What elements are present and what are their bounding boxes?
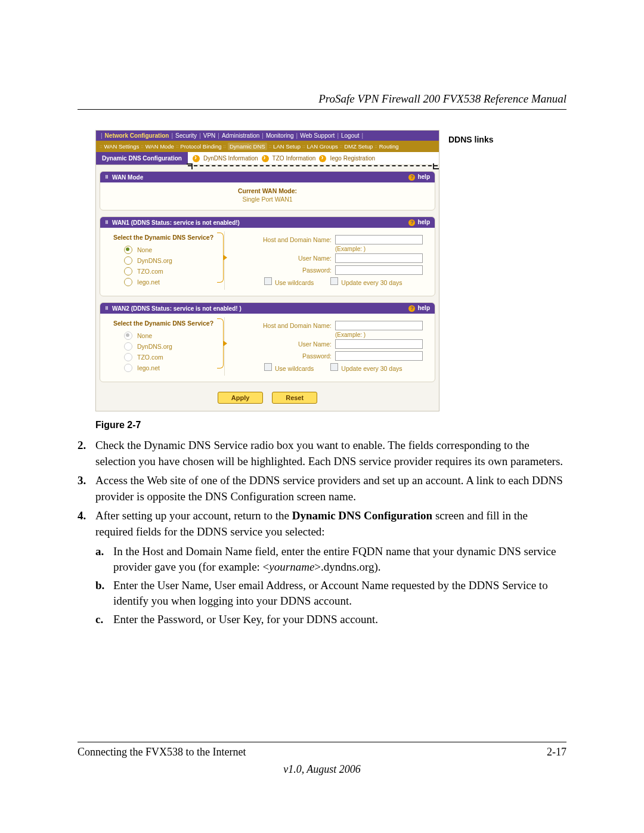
- step-4: 4. After setting up your account, return…: [78, 508, 566, 540]
- subnav-protocol-binding[interactable]: Protocol Binding: [180, 143, 221, 150]
- primary-nav: | Network Configuration| Security| VPN| …: [96, 131, 439, 141]
- substep-b: b. Enter the User Name, User email Addre…: [95, 578, 566, 609]
- annotation-bracket: [188, 165, 438, 166]
- update30-label: Update every 30 days: [341, 365, 402, 372]
- radio-label: TZO.com: [137, 268, 163, 275]
- link-iego-registration[interactable]: Iego Registration: [330, 155, 375, 162]
- wildcards-label: Use wildcards: [275, 365, 314, 372]
- footer-page-number: 2-17: [547, 746, 566, 758]
- secondary-nav: ::WAN Settings ::WAN Mode ::Protocol Bin…: [96, 141, 439, 152]
- wan-mode-heading: Current WAN Mode:: [238, 187, 297, 194]
- panel-wan2: ⠿ WAN2 (DDNS Status: service is not enab…: [100, 302, 435, 382]
- step-text: After setting up your account, return to…: [95, 508, 566, 540]
- update30-checkbox[interactable]: [330, 363, 338, 371]
- nav-web-support[interactable]: Web Support: [300, 132, 335, 139]
- arrow-icon: [319, 155, 326, 162]
- substep-text: In the Host and Domain Name field, enter…: [113, 544, 566, 575]
- example-note: (Example: ): [233, 332, 423, 338]
- help-link[interactable]: help: [408, 219, 430, 226]
- subnav-dynamic-dns[interactable]: Dynamic DNS: [228, 143, 267, 150]
- password-input[interactable]: [335, 351, 423, 361]
- radio-label: None: [137, 246, 152, 253]
- substep-a: a. In the Host and Domain Name field, en…: [95, 544, 566, 575]
- host-domain-label: Host and Domain Name:: [233, 236, 335, 243]
- subnav-wan-settings[interactable]: WAN Settings: [104, 143, 139, 150]
- radio-dyndns[interactable]: [124, 256, 132, 265]
- radio-tzo[interactable]: [124, 267, 132, 275]
- username-label: User Name:: [233, 340, 335, 348]
- panel-wan-mode: ⠿ WAN Mode help Current WAN Mode: Single…: [100, 171, 435, 210]
- arrow-icon: [193, 155, 200, 162]
- apply-button[interactable]: Apply: [218, 392, 264, 404]
- nav-security[interactable]: Security: [175, 132, 197, 139]
- substep-c: c. Enter the Password, or User Key, for …: [95, 612, 566, 628]
- radio-label: DynDNS.org: [137, 257, 172, 264]
- nav-logout[interactable]: Logout: [341, 132, 360, 139]
- link-tzo-info[interactable]: TZO Information: [273, 155, 316, 162]
- wildcards-label: Use wildcards: [275, 279, 314, 286]
- username-input[interactable]: [335, 253, 423, 263]
- doc-header-title: ProSafe VPN Firewall 200 FVX538 Referenc…: [78, 92, 566, 106]
- password-label: Password:: [233, 352, 335, 360]
- panel-wan1: ⠿ WAN1 (DDNS Status: service is not enab…: [100, 216, 435, 296]
- panel-title: WAN1 (DDNS Status: service is not enable…: [112, 219, 240, 226]
- radio-none[interactable]: [124, 332, 132, 340]
- password-label: Password:: [233, 267, 335, 274]
- nav-monitoring[interactable]: Monitoring: [266, 132, 294, 139]
- footer-chapter: Connecting the FVX538 to the Internet: [78, 746, 246, 758]
- radio-label: Iego.net: [137, 278, 160, 286]
- host-domain-input[interactable]: [335, 235, 423, 244]
- panel-title: WAN Mode: [112, 174, 143, 181]
- substep-text: Enter the Password, or User Key, for you…: [113, 612, 378, 628]
- radio-label: DynDNS.org: [137, 343, 172, 350]
- radio-dyndns[interactable]: [124, 342, 132, 351]
- button-row: Apply Reset: [96, 386, 439, 411]
- example-note: (Example: ): [233, 246, 423, 252]
- wildcards-checkbox[interactable]: [264, 277, 272, 285]
- select-service-label: Select the Dynamic DNS Service?: [113, 234, 219, 241]
- page-title-badge: Dynamic DNS Configuration: [96, 152, 188, 165]
- username-label: User Name:: [233, 255, 335, 262]
- subnav-lan-groups[interactable]: LAN Groups: [307, 143, 338, 150]
- radio-label: Iego.net: [137, 364, 160, 371]
- ddns-links-annotation: DDNS links: [448, 135, 493, 145]
- step-2: 2. Check the Dynamic DNS Service radio b…: [78, 438, 566, 469]
- radio-label: TZO.com: [137, 354, 163, 361]
- screenshot-container: | Network Configuration| Security| VPN| …: [95, 130, 439, 411]
- update30-checkbox[interactable]: [330, 277, 338, 285]
- header-rule: [78, 109, 566, 110]
- brace-annotation: [217, 318, 224, 368]
- reset-button[interactable]: Reset: [272, 392, 317, 404]
- help-link[interactable]: help: [408, 305, 430, 312]
- page-footer: Connecting the FVX538 to the Internet 2-…: [78, 742, 566, 776]
- subnav-dmz-setup[interactable]: DMZ Setup: [344, 143, 373, 150]
- host-domain-label: Host and Domain Name:: [233, 322, 335, 329]
- help-link[interactable]: help: [408, 174, 430, 181]
- password-input[interactable]: [335, 265, 423, 275]
- update30-label: Update every 30 days: [341, 279, 402, 286]
- select-service-label: Select the Dynamic DNS Service?: [113, 320, 219, 327]
- nav-administration[interactable]: Administration: [222, 132, 259, 139]
- brace-annotation: [217, 233, 224, 283]
- panel-title: WAN2 (DDNS Status: service is not enable…: [112, 305, 242, 312]
- step-text: Access the Web site of one of the DDNS s…: [95, 473, 566, 504]
- username-input[interactable]: [335, 339, 423, 349]
- step-3: 3. Access the Web site of one of the DDN…: [78, 473, 566, 504]
- radio-iego[interactable]: [124, 364, 132, 372]
- radio-label: None: [137, 332, 152, 339]
- step-text: Check the Dynamic DNS Service radio box …: [95, 438, 566, 469]
- host-domain-input[interactable]: [335, 321, 423, 330]
- substep-text: Enter the User Name, User email Address,…: [113, 578, 566, 609]
- subnav-routing[interactable]: Routing: [379, 143, 399, 150]
- subnav-wan-mode[interactable]: WAN Mode: [145, 143, 174, 150]
- subnav-lan-setup[interactable]: LAN Setup: [273, 143, 301, 150]
- wildcards-checkbox[interactable]: [264, 363, 272, 371]
- link-dyndns-info[interactable]: DynDNS Information: [203, 155, 258, 162]
- nav-vpn[interactable]: VPN: [203, 132, 216, 139]
- footer-version: v1.0, August 2006: [78, 763, 566, 776]
- radio-none[interactable]: [124, 246, 132, 254]
- nav-network-configuration[interactable]: Network Configuration: [105, 132, 169, 139]
- link-bar: Dynamic DNS Configuration DynDNS Informa…: [96, 152, 439, 165]
- radio-tzo[interactable]: [124, 353, 132, 361]
- radio-iego[interactable]: [124, 278, 132, 286]
